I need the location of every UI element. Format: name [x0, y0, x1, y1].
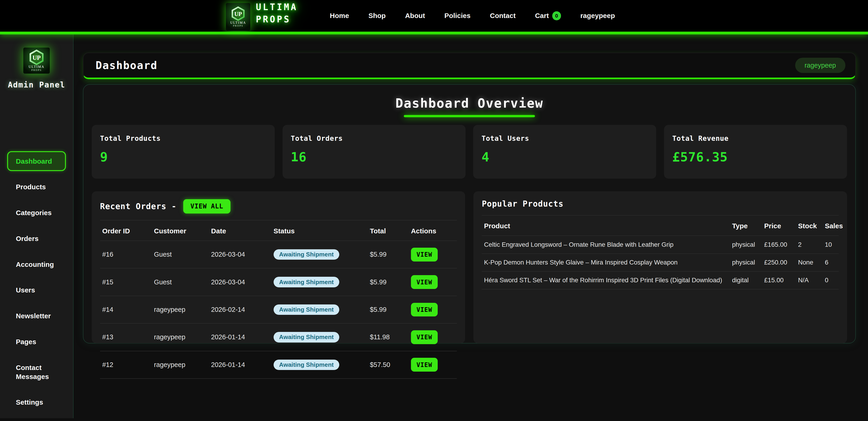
- stat-card-total-products: Total Products9: [92, 125, 275, 179]
- status-badge: Awaiting Shipment: [274, 304, 339, 315]
- view-order-button[interactable]: VIEW: [411, 248, 438, 261]
- brand[interactable]: UP ULTIMA PROPS ULTIMA PROPS: [226, 1, 298, 31]
- order-total-cell: $5.99: [368, 241, 409, 268]
- view-order-button[interactable]: VIEW: [411, 303, 438, 317]
- order-total-cell: $57.50: [368, 351, 409, 378]
- stat-label: Total Revenue: [672, 134, 839, 142]
- page-title: Dashboard: [96, 59, 158, 72]
- stat-card-total-revenue: Total Revenue£576.35: [664, 125, 847, 179]
- product-type-cell: physical: [730, 254, 762, 272]
- nav-links: HomeShopAboutPoliciesContactCart0rageype…: [330, 11, 615, 20]
- recent-orders-table: Order IDCustomerDateStatusTotalActions #…: [100, 220, 457, 379]
- products-col-product: Product: [482, 216, 730, 236]
- user-badge[interactable]: rageypeep: [795, 58, 845, 73]
- order-row: #12rageypeep2026-01-14Awaiting Shipment$…: [100, 351, 457, 378]
- sidebar-item-settings[interactable]: Settings: [7, 392, 66, 412]
- order-id-cell: #12: [100, 351, 152, 378]
- sidebar-menu: DashboardProductsCategoriesOrdersAccount…: [0, 151, 73, 418]
- products-col-sales: Sales: [823, 216, 839, 236]
- logo-text-bottom: PROPS: [230, 25, 246, 27]
- svg-text:UP: UP: [32, 54, 41, 61]
- stat-value: 9: [100, 149, 267, 164]
- order-status-cell: Awaiting Shipment: [271, 241, 368, 268]
- sidebar-item-categories[interactable]: Categories: [7, 203, 66, 223]
- products-col-price: Price: [762, 216, 796, 236]
- tables-row: Recent Orders - VIEW ALL Order IDCustome…: [92, 191, 847, 343]
- top-navbar: UP ULTIMA PROPS ULTIMA PROPS HomeShopAbo…: [0, 0, 868, 34]
- product-price-cell: £250.00: [762, 254, 796, 272]
- overview-title: Dashboard Overview: [92, 96, 847, 111]
- stat-value: 4: [482, 149, 648, 164]
- order-actions-cell: VIEW: [409, 351, 457, 378]
- stat-label: Total Users: [482, 134, 648, 142]
- product-stock-cell: 2: [796, 236, 823, 253]
- nav-link-about[interactable]: About: [405, 12, 425, 20]
- status-badge: Awaiting Shipment: [274, 249, 339, 260]
- sidebar-item-newsletter[interactable]: Newsletter: [7, 306, 66, 326]
- products-col-type: Type: [730, 216, 762, 236]
- products-col-stock: Stock: [796, 216, 823, 236]
- order-date-cell: 2026-02-14: [209, 296, 271, 324]
- sidebar-item-orders[interactable]: Orders: [7, 229, 66, 248]
- status-badge: Awaiting Shipment: [274, 360, 339, 370]
- popular-products-title: Popular Products: [482, 199, 563, 208]
- product-row: Celtic Engraved Longsword – Ornate Rune …: [482, 236, 838, 253]
- nav-link-home[interactable]: Home: [330, 12, 349, 20]
- product-price-cell: £15.00: [762, 272, 796, 289]
- order-row: #16Guest2026-03-04Awaiting Shipment$5.99…: [100, 241, 457, 268]
- admin-panel-title: Admin Panel: [8, 80, 65, 89]
- nav-link-contact[interactable]: Contact: [490, 12, 516, 20]
- product-name-cell: K-Pop Demon Hunters Style Glaive – Mira …: [482, 254, 730, 272]
- product-name-cell: Celtic Engraved Longsword – Ornate Rune …: [482, 236, 730, 253]
- order-id-cell: #16: [100, 241, 152, 268]
- product-stock-cell: None: [796, 254, 823, 272]
- nav-link-shop[interactable]: Shop: [368, 12, 385, 20]
- orders-col-customer: Customer: [152, 220, 209, 241]
- stat-label: Total Products: [100, 134, 267, 142]
- logo-text-top: ULTIMA: [29, 65, 44, 69]
- sidebar-item-products[interactable]: Products: [7, 177, 66, 197]
- product-row: K-Pop Demon Hunters Style Glaive – Mira …: [482, 254, 838, 272]
- sidebar: UP ULTIMA PROPS Admin Panel DashboardPro…: [0, 34, 73, 418]
- order-customer-cell: rageypeep: [152, 296, 209, 324]
- sidebar-item-dashboard[interactable]: Dashboard: [7, 151, 66, 171]
- product-stock-cell: N/A: [796, 272, 823, 289]
- product-sales-cell: 6: [823, 254, 839, 272]
- product-sales-cell: 0: [823, 272, 839, 289]
- view-order-button[interactable]: VIEW: [411, 275, 438, 289]
- orders-col-order-id: Order ID: [100, 220, 152, 241]
- sidebar-logo-image: UP ULTIMA PROPS: [23, 48, 50, 74]
- product-row: Héra Sword STL Set – War of the Rohirrim…: [482, 272, 838, 289]
- sidebar-item-accounting[interactable]: Accounting: [7, 254, 66, 274]
- order-customer-cell: rageypeep: [152, 351, 209, 378]
- view-all-button[interactable]: VIEW ALL: [183, 199, 230, 214]
- popular-products-table: ProductTypePriceStockSales Celtic Engrav…: [482, 216, 838, 289]
- overview-underline: [404, 115, 535, 117]
- stat-card-total-orders: Total Orders16: [283, 125, 466, 179]
- order-total-cell: $11.98: [368, 324, 409, 351]
- order-actions-cell: VIEW: [409, 241, 457, 268]
- product-sales-cell: 10: [823, 236, 839, 253]
- stat-label: Total Orders: [291, 134, 457, 142]
- view-order-button[interactable]: VIEW: [411, 358, 438, 372]
- sidebar-item-users[interactable]: Users: [7, 280, 66, 300]
- view-order-button[interactable]: VIEW: [411, 330, 438, 344]
- sidebar-item-contact-messages[interactable]: Contact Messages: [7, 358, 66, 386]
- cart-label: Cart: [535, 12, 549, 20]
- orders-col-date: Date: [209, 220, 271, 241]
- nav-cart-link[interactable]: Cart0: [535, 11, 561, 20]
- sidebar-item-pages[interactable]: Pages: [7, 332, 66, 352]
- order-status-cell: Awaiting Shipment: [271, 351, 368, 378]
- status-badge: Awaiting Shipment: [274, 332, 339, 342]
- cart-count-badge: 0: [552, 11, 561, 20]
- order-customer-cell: Guest: [152, 241, 209, 268]
- nav-link-policies[interactable]: Policies: [444, 12, 470, 20]
- order-status-cell: Awaiting Shipment: [271, 296, 368, 324]
- nav-username[interactable]: rageypeep: [580, 12, 615, 20]
- stat-card-total-users: Total Users4: [473, 125, 656, 179]
- brand-name: ULTIMA PROPS: [256, 1, 298, 26]
- order-status-cell: Awaiting Shipment: [271, 268, 368, 296]
- order-date-cell: 2026-01-14: [209, 351, 271, 378]
- order-actions-cell: VIEW: [409, 268, 457, 296]
- product-name-cell: Héra Sword STL Set – War of the Rohirrim…: [482, 272, 730, 289]
